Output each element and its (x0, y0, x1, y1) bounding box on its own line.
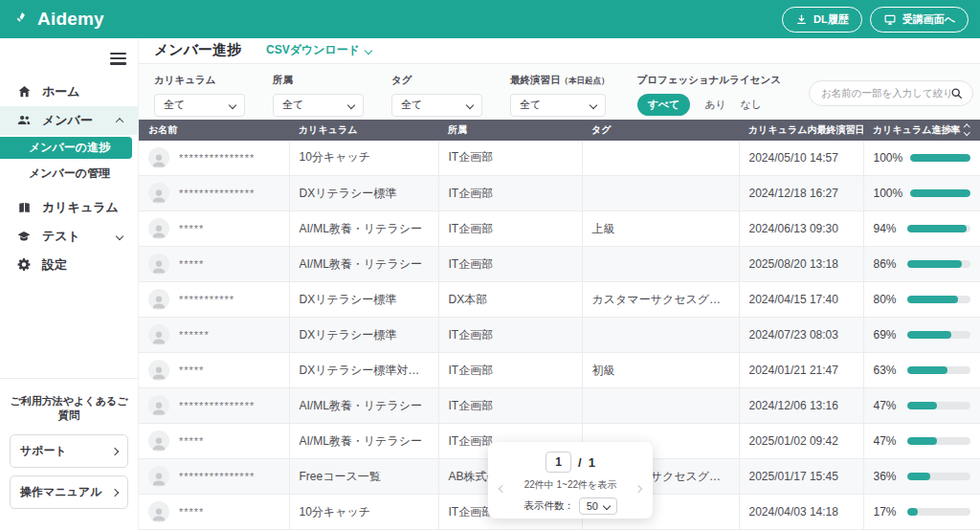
search-icon[interactable] (950, 87, 963, 99)
cell-department: IT企画部 (438, 141, 582, 176)
license-option-no[interactable]: なし (741, 98, 763, 112)
sidebar-item-member-manage[interactable]: メンバーの管理 (0, 163, 138, 186)
sidebar-item-test[interactable]: テスト (0, 222, 138, 251)
student-screen-button[interactable]: 受講画面へ (870, 7, 969, 33)
filter-tag: タグ 全て (391, 74, 482, 117)
sidebar-item-home[interactable]: ホーム (0, 77, 138, 106)
avatar (148, 501, 169, 522)
sidebar-help-section: ご利用方法やよくあるご質問 サポート 操作マニュアル (0, 378, 138, 530)
col-name: お名前 (139, 120, 289, 141)
download-icon (795, 13, 808, 26)
cell-tag: カスタマーサクセスグループ (582, 282, 739, 318)
cell-curriculum: AI/ML教養・リテラシー (289, 247, 438, 282)
chevron-right-icon (111, 488, 119, 496)
topbar-actions: DL履歴 受講画面へ (782, 7, 969, 33)
chevron-up-icon (116, 118, 123, 125)
progress-bar-track (907, 366, 970, 374)
avatar (148, 395, 169, 416)
chevron-down-icon (365, 47, 372, 55)
page-number-input[interactable]: 1 (546, 452, 571, 473)
cell-curriculum: DXリテラシー標準 (289, 282, 438, 318)
cell-last-date: 2025/01/02 09:42 (739, 424, 863, 459)
progress-bar-track (907, 260, 970, 268)
sidebar-item-member-progress[interactable]: メンバーの進捗 (0, 137, 132, 159)
member-name: ***** (179, 223, 204, 234)
table-row[interactable]: ***** DXリテラシー標準対応カリキュ… IT企画部 初級 2024/01/… (139, 353, 980, 388)
progress-bar-fill (910, 154, 970, 162)
tag-select[interactable]: 全て (391, 94, 482, 117)
sort-icon[interactable] (965, 125, 969, 135)
filter-department: 所属 全て (273, 74, 364, 117)
dl-history-button[interactable]: DL履歴 (782, 7, 862, 33)
progress-percent: 17% (874, 505, 901, 519)
license-option-all[interactable]: すべて (637, 94, 691, 116)
table-row[interactable]: *************** 10分キャッチ IT企画部 2024/05/10… (139, 141, 980, 176)
avatar (148, 254, 169, 275)
progress-bar-track (907, 402, 970, 409)
cell-tag: 上級 (582, 211, 739, 247)
cell-curriculum: AI/ML教養・リテラシー (289, 424, 438, 459)
sidebar-item-curriculum[interactable]: カリキュラム (0, 193, 138, 222)
chevron-down-icon (603, 502, 611, 510)
curriculum-select[interactable]: 全て (154, 94, 245, 117)
table-row[interactable]: *************** DXリテラシー標準 IT企画部 2024/12/… (139, 176, 980, 211)
col-last-date: カリキュラム内最終演習日時 (739, 120, 863, 141)
cell-tag (582, 247, 739, 282)
chevron-right-icon (111, 447, 119, 454)
sidebar-item-settings[interactable]: 設定 (0, 251, 138, 279)
prev-page-button[interactable] (500, 478, 505, 496)
table-row[interactable]: ***** AI/ML教養・リテラシー IT企画部 上級 2024/06/13 … (139, 211, 980, 247)
member-name: ***** (179, 506, 204, 518)
col-progress: カリキュラム進捗率 (863, 120, 980, 141)
avatar (148, 147, 169, 168)
help-heading: ご利用方法やよくあるご質問 (10, 394, 128, 423)
home-icon (16, 84, 32, 99)
member-name: ***** (179, 364, 204, 376)
pagination-range-text: 22件中 1~22件を表示 (496, 478, 645, 492)
monitor-icon (883, 13, 897, 26)
progress-percent: 47% (874, 434, 901, 448)
sidebar-item-members[interactable]: メンバー (0, 106, 138, 135)
cell-curriculum: 10分キャッチ (289, 141, 438, 176)
title-bar: メンバー進捗 CSVダウンロード (139, 38, 980, 63)
cell-curriculum: AI/ML教養・リテラシー (289, 211, 438, 247)
support-button[interactable]: サポート (10, 434, 128, 468)
progress-bar-fill (907, 366, 947, 374)
cell-department: IT企画部 (438, 353, 582, 388)
avatar (148, 324, 169, 345)
name-search-input[interactable] (821, 87, 950, 99)
cell-last-date: 2025/01/17 15:45 (739, 459, 863, 495)
avatar (148, 466, 169, 487)
chevron-down-icon (466, 101, 474, 109)
next-page-button[interactable] (635, 478, 641, 496)
progress-bar-fill (907, 331, 950, 339)
cell-last-date: 2024/01/21 21:47 (739, 353, 863, 388)
member-name: *************** (179, 152, 255, 164)
col-tag: タグ (582, 120, 739, 141)
total-pages: 1 (589, 455, 595, 470)
csv-download-button[interactable]: CSVダウンロード (266, 42, 371, 58)
department-select[interactable]: 全て (273, 94, 364, 117)
table-row[interactable]: *********** DXリテラシー標準 DX本部 カスタマーサクセスグループ… (139, 282, 980, 318)
aidemy-logo-icon (15, 11, 32, 28)
progress-percent: 100% (874, 187, 903, 200)
table-row[interactable]: ****** DXリテラシー標準 IT企画部 2024/07/23 08:03 … (139, 318, 980, 353)
page-separator: / (578, 455, 582, 470)
cell-curriculum: Freeコース一覧 (289, 459, 438, 495)
progress-bar-fill (907, 508, 918, 516)
avatar (148, 183, 169, 204)
license-option-yes[interactable]: あり (704, 98, 726, 112)
name-search-box (809, 80, 973, 106)
table-row[interactable]: *************** AI/ML教養・リテラシー IT企画部 2024… (139, 388, 980, 424)
manual-button[interactable]: 操作マニュアル (10, 475, 128, 509)
progress-bar-fill (907, 225, 967, 232)
table-row[interactable]: ***** AI/ML教養・リテラシー IT企画部 2025/08/20 13:… (139, 247, 980, 282)
hamburger-menu-icon[interactable] (110, 50, 126, 68)
last-exercise-select[interactable]: 全て (510, 94, 606, 117)
per-page-select[interactable]: 50 (579, 497, 617, 515)
member-name: *************** (179, 400, 255, 411)
cell-department: IT企画部 (438, 318, 582, 353)
member-name: *********** (179, 294, 234, 305)
book-icon (16, 200, 32, 215)
cell-last-date: 2024/12/06 13:16 (739, 388, 863, 424)
